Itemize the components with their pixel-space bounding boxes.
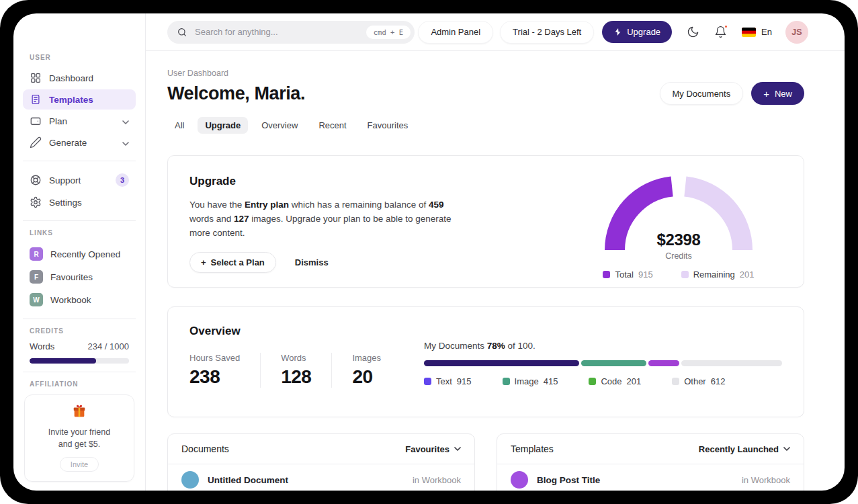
gear-icon xyxy=(30,196,42,208)
language-label: En xyxy=(761,27,772,37)
templates-document-icon xyxy=(30,93,42,106)
notification-dot xyxy=(724,24,728,29)
sidebar-link-favourites[interactable]: F Favourites xyxy=(23,266,136,288)
bar-segment-other xyxy=(681,360,782,366)
search-input[interactable] xyxy=(194,26,360,38)
dashboard-grid-icon xyxy=(30,72,42,84)
sidebar-divider xyxy=(23,319,136,319)
page-title: Welcome, Maria. xyxy=(167,83,305,104)
invite-button[interactable]: Invite xyxy=(60,457,99,472)
sidebar-link-workbook[interactable]: W Workbook xyxy=(23,289,136,310)
affiliation-text: Invite your friendand get $5. xyxy=(30,426,128,450)
trial-status-badge[interactable]: Trial - 2 Days Left xyxy=(500,21,594,44)
lightning-bolt-icon xyxy=(613,28,622,36)
affiliation-card: Invite your friendand get $5. Invite xyxy=(24,394,134,482)
sidebar-item-settings[interactable]: Settings xyxy=(23,192,136,212)
dark-mode-toggle[interactable] xyxy=(687,26,699,38)
language-selector[interactable]: En xyxy=(742,27,772,37)
sidebar-divider xyxy=(23,161,136,161)
sidebar-item-generate[interactable]: Generate xyxy=(23,132,136,153)
sidebar-item-templates[interactable]: Templates xyxy=(23,89,136,110)
upgrade-button[interactable]: Upgrade xyxy=(602,21,672,43)
sidebar-item-label: Settings xyxy=(49,198,82,208)
stat-images: Images 20 xyxy=(352,353,381,388)
new-button[interactable]: + New xyxy=(751,82,804,105)
templates-card-title: Templates xyxy=(511,444,554,454)
legend-swatch xyxy=(503,378,510,385)
search-shortcut-hint: cmd + E xyxy=(366,26,411,39)
legend-item-text: Text915 xyxy=(424,376,472,386)
plus-icon: + xyxy=(763,89,769,99)
sidebar-link-recently-opened[interactable]: R Recently Opened xyxy=(23,243,136,265)
admin-panel-button[interactable]: Admin Panel xyxy=(418,21,493,44)
upgrade-card-title: Upgrade xyxy=(189,175,469,188)
select-plan-button[interactable]: + Select a Plan xyxy=(189,252,276,273)
link-initial-badge: F xyxy=(30,270,43,284)
sidebar-section-links: LINKS xyxy=(23,229,136,237)
search-bar[interactable]: cmd + E xyxy=(167,21,415,44)
tab-favourites[interactable]: Favourites xyxy=(360,117,416,134)
stat-hours-saved: Hours Saved 238 xyxy=(189,353,261,388)
overview-card: Overview Hours Saved 238 Words 128 xyxy=(167,306,804,417)
credits-label: Words xyxy=(30,341,54,351)
german-flag-icon xyxy=(742,28,756,37)
breadcrumb: User Dashboard xyxy=(167,69,804,78)
sidebar-item-support[interactable]: Support 3 xyxy=(23,169,136,191)
tab-upgrade[interactable]: Upgrade xyxy=(198,117,248,134)
document-avatar xyxy=(181,471,199,489)
moon-icon xyxy=(687,26,699,38)
gift-icon xyxy=(72,404,87,419)
link-initial-badge: R xyxy=(30,247,43,261)
content-area: User Dashboard Welcome, Maria. My Docume… xyxy=(146,51,845,491)
sidebar-item-dashboard[interactable]: Dashboard xyxy=(23,68,136,88)
tab-recent[interactable]: Recent xyxy=(311,117,353,134)
credits-widget: Words 234 / 1000 xyxy=(23,341,136,364)
chevron-down-icon xyxy=(122,116,129,126)
user-avatar[interactable]: JS xyxy=(785,21,808,44)
sidebar-item-label: Support xyxy=(49,175,81,185)
credits-amount: $2398 xyxy=(603,230,754,249)
notifications-button[interactable] xyxy=(714,26,727,38)
templates-filter-dropdown[interactable]: Recently Launched xyxy=(699,444,790,454)
my-documents-button[interactable]: My Documents xyxy=(660,82,744,105)
sidebar-item-plan[interactable]: Plan xyxy=(23,111,136,131)
sidebar-divider xyxy=(23,372,136,372)
documents-filter-dropdown[interactable]: Favourites xyxy=(405,444,461,454)
sidebar: USER Dashboard Templates Plan Generate xyxy=(13,13,146,491)
documents-stacked-bar xyxy=(424,360,782,366)
sidebar-section-affiliation: AFFILIATION xyxy=(23,380,136,388)
upgrade-description: You have the Entry plan which has a rema… xyxy=(189,198,469,241)
device-frame: USER Dashboard Templates Plan Generate xyxy=(0,0,858,504)
credits-caption: Credits xyxy=(603,251,754,261)
sidebar-item-label: Generate xyxy=(49,138,87,148)
documents-progress-caption: My Documents 78% of 100. xyxy=(424,341,782,351)
credits-progressbar xyxy=(30,358,129,364)
legend-swatch xyxy=(681,271,689,278)
legend-item-image: Image415 xyxy=(503,376,558,386)
sidebar-item-label: Workbook xyxy=(50,295,91,305)
support-count-badge: 3 xyxy=(116,173,129,187)
filter-tabs: All Upgrade Overview Recent Favourites xyxy=(167,117,804,134)
upgrade-card: Upgrade You have the Entry plan which ha… xyxy=(167,155,804,288)
plus-icon: + xyxy=(201,257,206,267)
pencil-icon xyxy=(30,136,42,149)
tab-overview[interactable]: Overview xyxy=(254,117,305,134)
sidebar-section-user: USER xyxy=(23,54,136,61)
sidebar-item-label: Plan xyxy=(49,116,67,126)
main-area: cmd + E Admin Panel Trial - 2 Days Left … xyxy=(146,13,845,491)
bar-segment-code xyxy=(648,360,679,366)
documents-progress-widget: My Documents 78% of 100. Text915 Image41… xyxy=(424,341,782,399)
app-window: USER Dashboard Templates Plan Generate xyxy=(13,13,845,491)
document-list-item[interactable]: Untitled Document in Workbook xyxy=(168,464,474,491)
gauge-legend: Total 915 Remaining 201 xyxy=(598,269,759,280)
legend-item-code: Code201 xyxy=(589,376,641,386)
bar-segment-image xyxy=(581,360,646,366)
sidebar-item-label: Recently Opened xyxy=(50,249,120,259)
template-location: in Workbook xyxy=(742,475,790,485)
documents-card-title: Documents xyxy=(181,444,229,454)
tab-all[interactable]: All xyxy=(167,117,191,134)
template-list-item[interactable]: Blog Post Title in Workbook xyxy=(497,464,804,491)
dismiss-button[interactable]: Dismiss xyxy=(295,257,329,267)
legend-swatch xyxy=(589,378,596,385)
credits-gauge-widget: $2398 Credits Total 915 xyxy=(598,175,759,268)
